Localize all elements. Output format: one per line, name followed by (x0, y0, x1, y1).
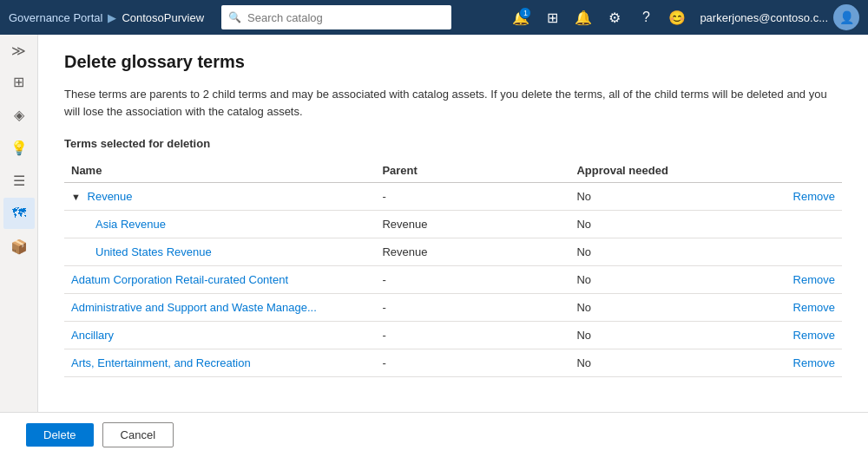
term-name-link[interactable]: Adatum Corporation Retail-curated Conten… (71, 273, 288, 286)
help-button[interactable]: ? (632, 3, 660, 31)
sidebar-item-management[interactable]: ☰ (3, 165, 35, 196)
table-row: United States Revenue Revenue No (64, 238, 842, 266)
sidebar-item-estate[interactable]: 📦 (3, 231, 35, 262)
term-action-cell: Remove (726, 294, 842, 322)
term-action-cell (726, 238, 842, 266)
term-name-cell: United States Revenue (64, 238, 375, 266)
term-name-cell: ▼ Revenue (64, 183, 375, 211)
notification-badge: 1 (519, 7, 531, 19)
term-action-cell (726, 211, 842, 238)
table-row: Asia Revenue Revenue No (64, 211, 842, 238)
table-row: Arts, Entertainment, and Recreation - No… (64, 349, 842, 377)
warning-message: These terms are parents to 2 child terms… (64, 86, 842, 120)
term-parent-cell: - (375, 294, 569, 322)
term-name-link[interactable]: Arts, Entertainment, and Recreation (71, 356, 251, 369)
term-approval-cell: No (569, 183, 725, 211)
term-name-link[interactable]: United States Revenue (95, 245, 212, 258)
term-name-link[interactable]: Revenue (88, 190, 133, 203)
term-name-cell: Adatum Corporation Retail-curated Conten… (64, 266, 375, 294)
sidebar-toggle-button[interactable]: ≫ (3, 38, 35, 62)
term-name-link[interactable]: Asia Revenue (95, 218, 166, 231)
table-header: Name Parent Approval needed (64, 159, 842, 183)
term-name-cell: Asia Revenue (64, 211, 375, 238)
sidebar-item-home[interactable]: ⊞ (3, 66, 35, 97)
term-action-cell: Remove (726, 349, 842, 377)
user-name-label: parkerjones@contoso.c... (700, 11, 828, 24)
table-row: ▼ Revenue - No Remove (64, 183, 842, 211)
page-title: Delete glossary terms (64, 52, 842, 72)
sidebar-item-datamap[interactable]: 🗺 (3, 198, 35, 229)
main-layout: ≫ ⊞ ◈ 💡 ☰ 🗺 📦 Delete glossary terms Thes… (0, 35, 868, 412)
term-approval-cell: No (569, 294, 725, 322)
chevron-icon[interactable]: ▼ (71, 192, 81, 202)
delete-button[interactable]: Delete (26, 423, 94, 447)
user-menu[interactable]: parkerjones@contoso.c... 👤 (700, 4, 859, 30)
remove-link[interactable]: Remove (793, 301, 835, 314)
table-row: Administrative and Support and Waste Man… (64, 294, 842, 322)
section-label: Terms selected for deletion (64, 137, 842, 150)
footer: Delete Cancel (0, 412, 868, 457)
cancel-button[interactable]: Cancel (102, 422, 174, 447)
table-row: Adatum Corporation Retail-curated Conten… (64, 266, 842, 294)
sidebar-item-insights[interactable]: 💡 (3, 132, 35, 163)
term-name-cell: Arts, Entertainment, and Recreation (64, 349, 375, 377)
remove-link[interactable]: Remove (793, 356, 835, 369)
term-name-cell: Ancillary (64, 322, 375, 349)
term-action-cell: Remove (726, 183, 842, 211)
portal-name-label: Governance Portal (9, 11, 102, 24)
nav-icons-group: 🔔 1 ⊞ 🔔 ⚙ ? 😊 parkerjones@contoso.c... 👤 (507, 3, 859, 31)
remove-link[interactable]: Remove (793, 273, 835, 286)
col-header-action (726, 159, 842, 183)
term-parent-cell: - (375, 322, 569, 349)
col-header-parent: Parent (375, 159, 569, 183)
terms-table: Name Parent Approval needed ▼ Revenue - … (64, 159, 842, 377)
nav-brand: Governance Portal ▶ ContosoPurview (9, 11, 204, 24)
purview-name-label: ContosoPurview (122, 11, 204, 24)
col-header-name: Name (64, 159, 375, 183)
term-approval-cell: No (569, 266, 725, 294)
term-parent-cell: - (375, 266, 569, 294)
search-bar[interactable]: 🔍 (221, 5, 451, 29)
col-header-approval: Approval needed (569, 159, 725, 183)
term-parent-cell: - (375, 349, 569, 377)
remove-link[interactable]: Remove (793, 329, 835, 342)
table-header-row: Name Parent Approval needed (64, 159, 842, 183)
avatar: 👤 (833, 4, 859, 30)
remove-link[interactable]: Remove (793, 190, 835, 203)
main-content: Delete glossary terms These terms are pa… (38, 35, 868, 412)
table-body: ▼ Revenue - No Remove Asia Revenue Reven… (64, 183, 842, 377)
search-input[interactable] (221, 5, 451, 29)
term-approval-cell: No (569, 322, 725, 349)
alert-button[interactable]: 🔔 (569, 3, 597, 31)
feedback-button[interactable]: 😊 (663, 3, 691, 31)
term-action-cell: Remove (726, 266, 842, 294)
settings-button[interactable]: ⚙ (601, 3, 628, 31)
table-row: Ancillary - No Remove (64, 322, 842, 349)
sidebar: ≫ ⊞ ◈ 💡 ☰ 🗺 📦 (0, 35, 38, 412)
term-name-cell: Administrative and Support and Waste Man… (64, 294, 375, 322)
term-approval-cell: No (569, 211, 725, 238)
term-name-link[interactable]: Administrative and Support and Waste Man… (71, 301, 317, 314)
nav-separator: ▶ (108, 11, 116, 24)
term-parent-cell: Revenue (375, 238, 569, 266)
term-parent-cell: - (375, 183, 569, 211)
term-name-link[interactable]: Ancillary (71, 329, 114, 342)
top-navigation: Governance Portal ▶ ContosoPurview 🔍 🔔 1… (0, 0, 868, 35)
term-parent-cell: Revenue (375, 211, 569, 238)
term-approval-cell: No (569, 238, 725, 266)
sidebar-item-catalog[interactable]: ◈ (3, 99, 35, 130)
notification-button[interactable]: 🔔 1 (507, 3, 535, 31)
search-icon: 🔍 (228, 11, 241, 23)
term-approval-cell: No (569, 349, 725, 377)
term-action-cell: Remove (726, 322, 842, 349)
apps-button[interactable]: ⊞ (538, 3, 566, 31)
